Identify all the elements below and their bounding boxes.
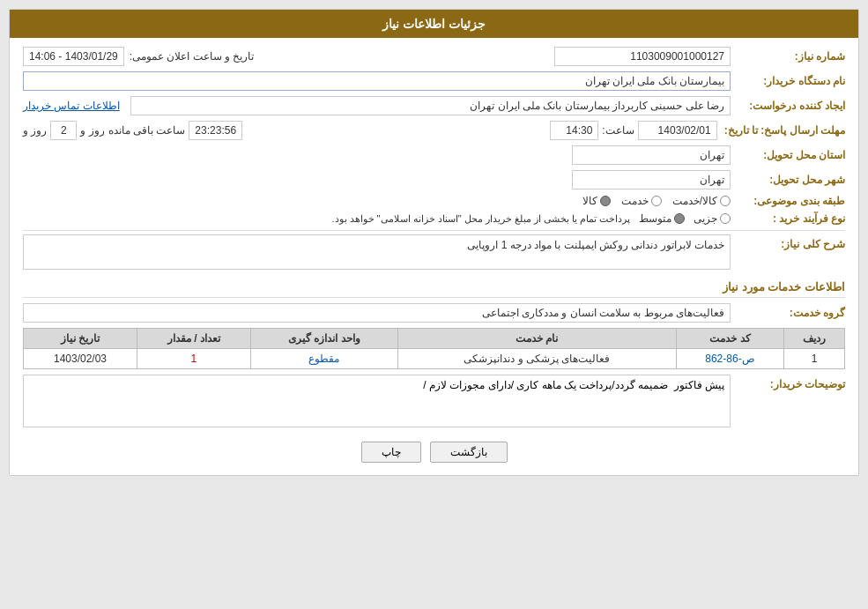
response-time-label: ساعت:: [602, 124, 634, 137]
buyer-station-value: بیمارستان بانک ملی ایران تهران: [23, 71, 731, 91]
response-remainder-time: 23:23:56: [189, 121, 242, 140]
category-radio-khedmat: [651, 196, 662, 206]
category-option-khedmat[interactable]: خدمت: [621, 195, 662, 207]
response-days-label: روز و: [80, 124, 104, 137]
table-cell-code: ص-86-862: [676, 349, 783, 369]
category-option-kala[interactable]: کالا: [582, 195, 611, 207]
purchase-type-option-jozi[interactable]: جزیی: [694, 212, 731, 225]
buyer-notes-label: توضیحات خریدار:: [731, 375, 845, 390]
table-cell-quantity: 1: [137, 349, 250, 369]
response-days: 2: [50, 121, 77, 140]
response-time: 14:30: [550, 121, 598, 140]
city-value: تهران: [572, 170, 731, 189]
table-header-name: نام خدمت: [397, 329, 676, 349]
province-label: استان محل تحویل:: [731, 149, 845, 161]
need-number-label: شماره نیاز:: [731, 50, 845, 63]
purchase-type-radio-jozi: [720, 213, 731, 224]
buyer-station-label: نام دستگاه خریدار:: [731, 75, 845, 87]
buyer-notes-textarea[interactable]: [23, 375, 731, 427]
announcement-datetime-value: 1403/01/29 - 14:06: [23, 47, 124, 66]
category-radio-group: کالا/خدمت خدمت کالا: [23, 195, 731, 207]
response-remainder-label: ساعت باقی مانده: [108, 124, 186, 137]
table-header-date: تاریخ نیاز: [24, 329, 137, 349]
purchase-type-radio-motavasset: [674, 213, 685, 224]
services-table: ردیف کد خدمت نام خدمت واحد اندازه گیری ت…: [23, 328, 845, 369]
city-label: شهر محل تحویل:: [731, 174, 845, 186]
table-header-code: کد خدمت: [676, 329, 783, 349]
table-cell-name: فعالیت‌های پزشکی و دندانپزشکی: [397, 349, 676, 369]
need-description-value: خدمات لابراتور دندانی روکش ایمپلنت با مو…: [23, 234, 731, 270]
announcement-datetime-label: تاریخ و ساعت اعلان عمومی:: [130, 50, 255, 63]
response-date: 1403/02/01: [638, 121, 717, 140]
need-description-label: شرح کلی نیاز:: [731, 234, 845, 250]
purchase-type-option-motavasset[interactable]: متوسط: [639, 212, 685, 225]
creator-label: ایجاد کننده درخواست:: [731, 100, 845, 112]
table-header-row: ردیف: [784, 329, 845, 349]
table-cell-unit: مقطوع: [250, 349, 397, 369]
service-group-value: فعالیت‌های مربوط به سلامت انسان و مددکار…: [23, 303, 731, 323]
need-number-value: 1103009001000127: [554, 47, 731, 66]
province-value: تهران: [572, 145, 731, 165]
services-info-section-title: اطلاعات خدمات مورد نیاز: [23, 275, 845, 298]
response-deadline-label: مهلت ارسال پاسخ: تا تاریخ:: [717, 124, 845, 137]
table-header-unit: واحد اندازه گیری: [250, 329, 397, 349]
page-title: جزئیات اطلاعات نیاز: [10, 10, 858, 38]
purchase-type-options: جزیی متوسط پرداخت تمام یا بخشی از مبلغ خ…: [23, 212, 731, 225]
back-button[interactable]: بازگشت: [430, 442, 508, 463]
buttons-row: بازگشت چاپ: [23, 434, 845, 466]
table-row: 1 ص-86-862 فعالیت‌های پزشکی و دندانپزشکی…: [24, 349, 845, 369]
category-radio-kala-khedmat: [720, 196, 731, 206]
category-radio-kala: [600, 196, 611, 206]
response-days-suffix: روز و: [23, 124, 47, 137]
purchase-type-label: نوع فرآیند خرید :: [731, 212, 845, 225]
contact-info-link[interactable]: اطلاعات تماس خریدار: [23, 100, 120, 112]
creator-value: رضا علی حسینی کاربرداز بیمارستان بانک مل…: [130, 96, 731, 115]
table-cell-date: 1403/02/03: [24, 349, 137, 369]
table-cell-row: 1: [784, 349, 845, 369]
service-group-label: گروه خدمت:: [731, 307, 845, 319]
category-option-kala-khedmat[interactable]: کالا/خدمت: [672, 195, 731, 207]
purchase-type-note: پرداخت تمام یا بخشی از مبلغ خریدار محل "…: [331, 213, 630, 225]
category-label: طبقه بندی موضوعی:: [731, 195, 845, 207]
print-button[interactable]: چاپ: [361, 442, 421, 463]
table-header-quantity: تعداد / مقدار: [137, 329, 250, 349]
